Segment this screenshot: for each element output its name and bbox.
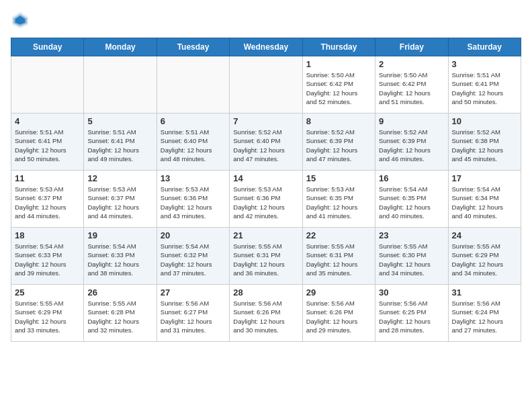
calendar-cell: 15Sunrise: 5:53 AM Sunset: 6:35 PM Dayli… <box>302 171 375 228</box>
day-info: Sunrise: 5:56 AM Sunset: 6:26 PM Dayligh… <box>306 299 371 334</box>
header <box>11 11 521 30</box>
calendar-cell: 12Sunrise: 5:53 AM Sunset: 6:37 PM Dayli… <box>84 171 157 228</box>
calendar-cell: 19Sunrise: 5:54 AM Sunset: 6:33 PM Dayli… <box>84 228 157 285</box>
calendar-table: SundayMondayTuesdayWednesdayThursdayFrid… <box>11 38 521 342</box>
day-info: Sunrise: 5:55 AM Sunset: 6:31 PM Dayligh… <box>306 242 371 277</box>
calendar-week-3: 11Sunrise: 5:53 AM Sunset: 6:37 PM Dayli… <box>11 171 521 228</box>
calendar-cell: 25Sunrise: 5:55 AM Sunset: 6:29 PM Dayli… <box>11 285 84 342</box>
day-info: Sunrise: 5:51 AM Sunset: 6:41 PM Dayligh… <box>452 71 517 106</box>
day-header-monday: Monday <box>84 38 157 56</box>
day-info: Sunrise: 5:51 AM Sunset: 6:41 PM Dayligh… <box>87 128 152 163</box>
day-info: Sunrise: 5:55 AM Sunset: 6:29 PM Dayligh… <box>15 299 80 334</box>
calendar-week-1: 1Sunrise: 5:50 AM Sunset: 6:42 PM Daylig… <box>11 56 521 113</box>
calendar-week-2: 4Sunrise: 5:51 AM Sunset: 6:41 PM Daylig… <box>11 113 521 171</box>
day-number: 24 <box>452 230 517 240</box>
calendar-cell: 2Sunrise: 5:50 AM Sunset: 6:42 PM Daylig… <box>375 56 448 113</box>
calendar-cell: 31Sunrise: 5:56 AM Sunset: 6:24 PM Dayli… <box>448 285 521 342</box>
calendar-cell: 27Sunrise: 5:56 AM Sunset: 6:27 PM Dayli… <box>157 285 229 342</box>
day-info: Sunrise: 5:52 AM Sunset: 6:40 PM Dayligh… <box>233 128 298 163</box>
calendar-cell: 13Sunrise: 5:53 AM Sunset: 6:36 PM Dayli… <box>157 171 229 228</box>
calendar-cell: 6Sunrise: 5:51 AM Sunset: 6:40 PM Daylig… <box>157 113 229 171</box>
day-number: 5 <box>87 116 152 126</box>
day-number: 13 <box>161 173 226 183</box>
day-number: 30 <box>379 287 444 298</box>
day-info: Sunrise: 5:50 AM Sunset: 6:42 PM Dayligh… <box>306 71 371 106</box>
day-number: 8 <box>306 116 371 126</box>
day-info: Sunrise: 5:54 AM Sunset: 6:35 PM Dayligh… <box>379 185 444 220</box>
day-header-friday: Friday <box>375 38 448 56</box>
day-number: 29 <box>306 287 371 298</box>
day-number: 2 <box>379 59 444 69</box>
calendar-cell: 17Sunrise: 5:54 AM Sunset: 6:34 PM Dayli… <box>448 171 521 228</box>
calendar-cell: 16Sunrise: 5:54 AM Sunset: 6:35 PM Dayli… <box>375 171 448 228</box>
day-info: Sunrise: 5:52 AM Sunset: 6:38 PM Dayligh… <box>452 128 517 163</box>
day-info: Sunrise: 5:56 AM Sunset: 6:26 PM Dayligh… <box>233 299 298 334</box>
logo <box>11 11 32 30</box>
day-info: Sunrise: 5:53 AM Sunset: 6:37 PM Dayligh… <box>87 185 152 220</box>
day-info: Sunrise: 5:55 AM Sunset: 6:30 PM Dayligh… <box>379 242 444 277</box>
day-info: Sunrise: 5:52 AM Sunset: 6:39 PM Dayligh… <box>379 128 444 163</box>
calendar-cell: 14Sunrise: 5:53 AM Sunset: 6:36 PM Dayli… <box>230 171 302 228</box>
day-number: 7 <box>233 116 298 126</box>
day-number: 9 <box>379 116 444 126</box>
calendar-cell: 1Sunrise: 5:50 AM Sunset: 6:42 PM Daylig… <box>302 56 375 113</box>
day-number: 15 <box>306 173 371 183</box>
day-number: 26 <box>87 287 152 298</box>
day-header-thursday: Thursday <box>302 38 375 56</box>
calendar-cell: 26Sunrise: 5:55 AM Sunset: 6:28 PM Dayli… <box>84 285 157 342</box>
day-info: Sunrise: 5:53 AM Sunset: 6:36 PM Dayligh… <box>161 185 226 220</box>
calendar-cell: 18Sunrise: 5:54 AM Sunset: 6:33 PM Dayli… <box>11 228 84 285</box>
calendar-week-5: 25Sunrise: 5:55 AM Sunset: 6:29 PM Dayli… <box>11 285 521 342</box>
day-number: 21 <box>233 230 298 240</box>
day-number: 27 <box>161 287 226 298</box>
calendar-cell: 11Sunrise: 5:53 AM Sunset: 6:37 PM Dayli… <box>11 171 84 228</box>
calendar-cell: 22Sunrise: 5:55 AM Sunset: 6:31 PM Dayli… <box>302 228 375 285</box>
day-info: Sunrise: 5:55 AM Sunset: 6:28 PM Dayligh… <box>87 299 152 334</box>
day-info: Sunrise: 5:55 AM Sunset: 6:29 PM Dayligh… <box>452 242 517 277</box>
day-info: Sunrise: 5:54 AM Sunset: 6:33 PM Dayligh… <box>87 242 152 277</box>
calendar-cell: 3Sunrise: 5:51 AM Sunset: 6:41 PM Daylig… <box>448 56 521 113</box>
day-info: Sunrise: 5:53 AM Sunset: 6:37 PM Dayligh… <box>15 185 80 220</box>
day-header-saturday: Saturday <box>448 38 521 56</box>
calendar-cell: 28Sunrise: 5:56 AM Sunset: 6:26 PM Dayli… <box>230 285 302 342</box>
calendar-cell <box>230 56 302 113</box>
day-info: Sunrise: 5:56 AM Sunset: 6:24 PM Dayligh… <box>452 299 517 334</box>
calendar-cell: 4Sunrise: 5:51 AM Sunset: 6:41 PM Daylig… <box>11 113 84 171</box>
day-number: 14 <box>233 173 298 183</box>
calendar-cell: 21Sunrise: 5:55 AM Sunset: 6:31 PM Dayli… <box>230 228 302 285</box>
day-info: Sunrise: 5:53 AM Sunset: 6:35 PM Dayligh… <box>306 185 371 220</box>
day-info: Sunrise: 5:52 AM Sunset: 6:39 PM Dayligh… <box>306 128 371 163</box>
calendar-cell: 24Sunrise: 5:55 AM Sunset: 6:29 PM Dayli… <box>448 228 521 285</box>
day-number: 11 <box>15 173 80 183</box>
calendar-cell: 20Sunrise: 5:54 AM Sunset: 6:32 PM Dayli… <box>157 228 229 285</box>
day-info: Sunrise: 5:56 AM Sunset: 6:27 PM Dayligh… <box>161 299 226 334</box>
day-number: 4 <box>15 116 80 126</box>
day-number: 1 <box>306 59 371 69</box>
day-info: Sunrise: 5:51 AM Sunset: 6:41 PM Dayligh… <box>15 128 80 163</box>
calendar-cell <box>157 56 229 113</box>
day-number: 25 <box>15 287 80 298</box>
day-number: 19 <box>87 230 152 240</box>
day-info: Sunrise: 5:51 AM Sunset: 6:40 PM Dayligh… <box>161 128 226 163</box>
day-number: 10 <box>452 116 517 126</box>
calendar-cell: 10Sunrise: 5:52 AM Sunset: 6:38 PM Dayli… <box>448 113 521 171</box>
day-number: 31 <box>452 287 517 298</box>
day-header-tuesday: Tuesday <box>157 38 229 56</box>
calendar-cell: 7Sunrise: 5:52 AM Sunset: 6:40 PM Daylig… <box>230 113 302 171</box>
day-info: Sunrise: 5:54 AM Sunset: 6:34 PM Dayligh… <box>452 185 517 220</box>
calendar-cell: 8Sunrise: 5:52 AM Sunset: 6:39 PM Daylig… <box>302 113 375 171</box>
day-header-wednesday: Wednesday <box>230 38 302 56</box>
day-number: 20 <box>161 230 226 240</box>
calendar-cell: 23Sunrise: 5:55 AM Sunset: 6:30 PM Dayli… <box>375 228 448 285</box>
calendar-cell: 30Sunrise: 5:56 AM Sunset: 6:25 PM Dayli… <box>375 285 448 342</box>
day-number: 3 <box>452 59 517 69</box>
calendar-header-row: SundayMondayTuesdayWednesdayThursdayFrid… <box>11 38 521 56</box>
day-number: 6 <box>161 116 226 126</box>
day-info: Sunrise: 5:56 AM Sunset: 6:25 PM Dayligh… <box>379 299 444 334</box>
day-number: 16 <box>379 173 444 183</box>
calendar-cell <box>84 56 157 113</box>
day-number: 18 <box>15 230 80 240</box>
day-header-sunday: Sunday <box>11 38 84 56</box>
day-number: 22 <box>306 230 371 240</box>
calendar-cell: 9Sunrise: 5:52 AM Sunset: 6:39 PM Daylig… <box>375 113 448 171</box>
